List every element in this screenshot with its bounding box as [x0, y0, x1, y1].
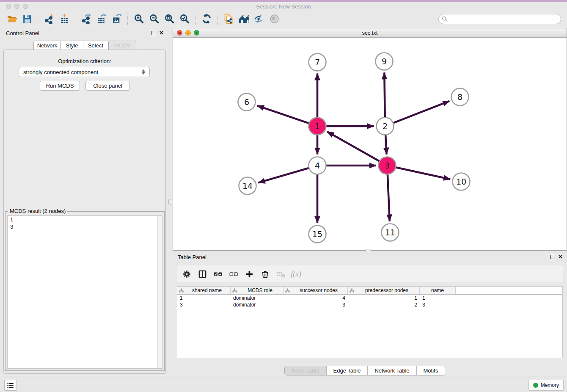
memory-button[interactable]: Memory: [528, 380, 564, 391]
memory-label: Memory: [541, 382, 559, 388]
mcds-result-line: 3: [8, 223, 162, 230]
edge-2-9[interactable]: [384, 72, 385, 117]
cell-shared-name[interactable]: 1: [177, 295, 231, 301]
copy-network-button[interactable]: [221, 13, 236, 25]
first-neighbors-button[interactable]: [236, 13, 251, 25]
select-all-button[interactable]: [212, 268, 223, 279]
network-canvas[interactable]: 7968124314101511: [173, 38, 567, 250]
table-settings-button[interactable]: [181, 268, 192, 279]
edge-2-3[interactable]: [385, 135, 386, 154]
cell-name[interactable]: 3: [420, 302, 456, 308]
control-panel-float-button[interactable]: [151, 31, 155, 35]
add-row-button[interactable]: [244, 268, 255, 279]
table-row[interactable]: 1 dominator 4 1 1: [177, 295, 562, 301]
first-neighbors-icon: [239, 14, 249, 24]
zoom-selected-button[interactable]: [177, 13, 192, 25]
graph-node-label: 11: [385, 228, 395, 237]
cell-predecessor-nodes[interactable]: 2: [348, 302, 420, 308]
tab-edge-table[interactable]: Edge Table: [326, 366, 368, 375]
open-file-button[interactable]: [4, 13, 19, 25]
hide-selected-icon: [254, 14, 264, 24]
column-header-shared-name[interactable]: shared name: [177, 287, 231, 294]
table-panel-buttons: ✕: [550, 255, 563, 259]
cell-predecessor-nodes[interactable]: 1: [348, 295, 420, 301]
search-input[interactable]: [448, 14, 561, 24]
column-header-mcds-role[interactable]: MCDS role: [231, 287, 284, 294]
tab-network-table[interactable]: Network Table: [367, 366, 416, 375]
table-panel-tabs: Node Table Edge Table Network Table Moti…: [284, 366, 445, 375]
zoom-fit-icon: [164, 14, 175, 24]
table-panel-close-icon[interactable]: ✕: [558, 255, 563, 259]
table-row[interactable]: 3 dominator 3 2 3: [177, 301, 562, 308]
task-history-button[interactable]: [4, 380, 17, 391]
zoom-in-button[interactable]: [131, 13, 146, 25]
column-type-icon: [179, 288, 184, 293]
edge-2-8[interactable]: [393, 101, 449, 123]
zoom-fit-button[interactable]: [162, 13, 177, 25]
edge-3-10[interactable]: [396, 167, 450, 179]
deselect-all-icon: [229, 270, 238, 279]
column-type-icon: [232, 288, 237, 293]
column-header-predecessor-nodes[interactable]: predecessor nodes: [348, 287, 420, 294]
control-panel-title: Control Panel: [6, 30, 39, 36]
tab-select[interactable]: Select: [83, 41, 108, 50]
cell-successor-nodes[interactable]: 4: [284, 295, 348, 301]
show-hidden-button[interactable]: [267, 13, 282, 25]
criterion-dropdown[interactable]: strongly connected component: [19, 67, 150, 77]
close-panel-button[interactable]: Close panel: [85, 81, 130, 91]
tab-node-table[interactable]: Node Table: [285, 366, 326, 375]
delete-row-button[interactable]: [259, 268, 270, 279]
tab-network[interactable]: Network: [33, 41, 61, 50]
status-bar: Memory: [0, 376, 567, 392]
import-network-button[interactable]: [41, 13, 57, 25]
edge-1-6[interactable]: [257, 106, 309, 124]
zoom-out-icon: [149, 14, 160, 24]
search-box[interactable]: [438, 14, 561, 24]
search-icon: [442, 16, 448, 22]
refresh-button[interactable]: [199, 13, 214, 25]
tab-style[interactable]: Style: [61, 41, 83, 50]
edge-4-14[interactable]: [258, 168, 309, 183]
cell-name[interactable]: 1: [420, 295, 456, 301]
column-header-name[interactable]: name: [420, 287, 456, 294]
deselect-all-button[interactable]: [228, 268, 239, 279]
dropdown-stepper-icon: [142, 69, 145, 75]
export-image-button[interactable]: [109, 13, 124, 25]
save-session-button[interactable]: [19, 13, 35, 25]
toolbar-separator: [127, 14, 128, 25]
vertical-splitter-handle[interactable]: [168, 199, 172, 204]
list-icon: [7, 382, 14, 389]
graph-node-label: 8: [457, 92, 462, 102]
graph-node-label: 14: [242, 181, 253, 190]
column-header-successor-nodes[interactable]: successor nodes: [284, 287, 348, 294]
result-scrollbar[interactable]: [157, 216, 162, 368]
edge-3-11[interactable]: [388, 174, 390, 221]
import-table-button[interactable]: [57, 13, 72, 25]
export-table-button[interactable]: [94, 13, 109, 25]
mcds-result-textarea[interactable]: 1 3: [7, 215, 162, 369]
tab-mcds[interactable]: MCDS: [108, 41, 136, 50]
cell-shared-name[interactable]: 3: [177, 302, 231, 308]
hide-selected-button[interactable]: [251, 13, 267, 25]
export-network-button[interactable]: [79, 13, 94, 25]
delete-row-icon: [261, 270, 270, 279]
toggle-columns-button[interactable]: [197, 268, 208, 279]
cell-mcds-role[interactable]: dominator: [231, 302, 284, 308]
memory-status-icon: [533, 383, 538, 388]
export-image-icon: [112, 14, 122, 24]
node-table-header: shared name MCDS role successor nodes pr…: [177, 287, 562, 295]
run-mcds-button[interactable]: Run MCDS: [40, 81, 80, 91]
cell-successor-nodes[interactable]: 3: [284, 302, 348, 308]
control-panel-close-icon[interactable]: ✕: [159, 31, 164, 35]
edge-3-1[interactable]: [327, 132, 380, 161]
horizontal-splitter-handle[interactable]: [366, 249, 371, 252]
table-panel-float-button[interactable]: [550, 255, 554, 259]
tab-motifs[interactable]: Motifs: [416, 366, 445, 375]
table-settings-icon: [182, 270, 191, 279]
graph-node-label: 1: [315, 121, 320, 131]
select-all-icon: [214, 270, 223, 279]
cell-mcds-role[interactable]: dominator: [231, 295, 284, 301]
zoom-out-button[interactable]: [146, 13, 162, 25]
toolbar-separator: [195, 14, 196, 25]
toolbar-separator: [75, 14, 76, 25]
